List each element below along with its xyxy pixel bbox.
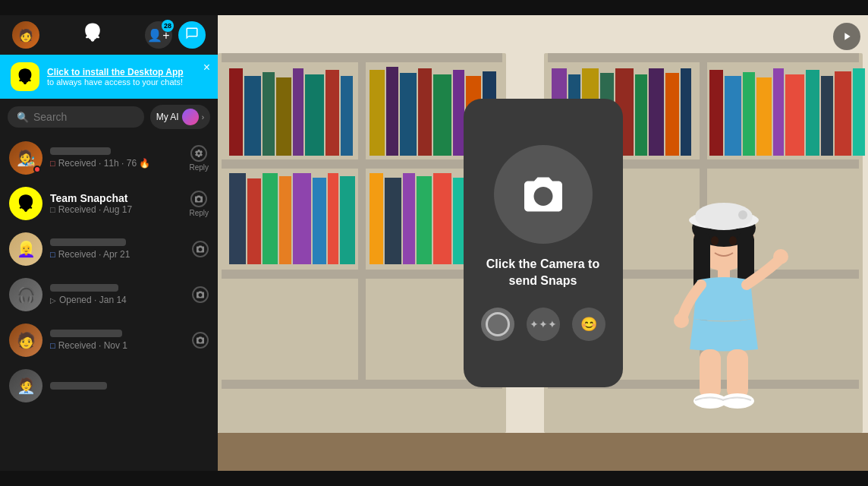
svg-rect-52: [681, 68, 691, 156]
svg-rect-33: [403, 173, 415, 264]
snapchat-logo[interactable]: [82, 22, 103, 48]
camera-action[interactable]: [192, 332, 209, 349]
top-bar: [0, 0, 868, 15]
reply-action[interactable]: Reply: [189, 145, 209, 172]
svg-rect-30: [340, 176, 355, 264]
chat-info: □ Received · Nov 1: [50, 330, 184, 351]
stars-icon: ✦✦✦: [530, 318, 557, 330]
chat-name: [50, 238, 126, 246]
svg-rect-6: [358, 53, 366, 387]
smiley-icon: 😊: [580, 316, 597, 333]
banner-text: Click to install the Desktop App to alwa…: [47, 67, 207, 87]
banner-close-button[interactable]: ×: [203, 61, 210, 74]
chat-list: 🧑‍🎨 □ Received · 11h · 76 🔥 Reply: [0, 135, 218, 471]
svg-rect-50: [649, 68, 664, 156]
background-scene: Click the Camera to send Snaps ✦✦✦ 😊: [218, 15, 868, 471]
svg-rect-63: [218, 433, 868, 471]
messages-button[interactable]: [178, 21, 206, 49]
avatar: 🧑: [9, 323, 42, 357]
svg-rect-9: [263, 72, 275, 156]
chat-item[interactable]: 🎧 ▷ Opened · Jan 14: [0, 272, 218, 317]
banner-subtitle: to always have access to your chats!: [47, 77, 207, 87]
svg-rect-8: [244, 76, 261, 156]
chat-item[interactable]: 👱‍♀️ □ Received · Apr 21: [0, 226, 218, 272]
chat-item[interactable]: 🧑‍🎨 □ Received · 11h · 76 🔥 Reply: [0, 135, 218, 181]
avatar: [9, 187, 42, 220]
svg-rect-61: [835, 71, 851, 156]
content-area: Click the Camera to send Snaps ✦✦✦ 😊: [218, 15, 868, 471]
camera-action[interactable]: [192, 241, 209, 257]
svg-rect-51: [665, 73, 679, 156]
svg-rect-28: [313, 178, 326, 264]
search-input-wrap[interactable]: 🔍: [8, 106, 144, 128]
chat-name: [50, 330, 122, 337]
header-icons: 👤+ 28: [145, 21, 206, 49]
reply-action[interactable]: Reply: [189, 191, 209, 217]
svg-rect-27: [293, 173, 311, 264]
svg-rect-15: [370, 70, 385, 156]
camera-icon: [190, 145, 207, 162]
svg-rect-16: [386, 67, 398, 156]
svg-rect-26: [279, 176, 291, 264]
svg-rect-55: [743, 72, 755, 156]
phone-overlay: Click the Camera to send Snaps ✦✦✦ 😊: [464, 99, 623, 387]
add-friend-badge: 28: [162, 20, 174, 32]
svg-rect-31: [370, 173, 383, 264]
chat-info: Team Snapchat □ Received · Aug 17: [50, 192, 181, 215]
add-friend-button[interactable]: 👤+ 28: [145, 21, 172, 49]
ai-avatar: [182, 109, 199, 125]
my-ai-button[interactable]: My AI ›: [150, 105, 210, 129]
svg-point-79: [674, 313, 689, 328]
user-avatar[interactable]: 🧑: [12, 21, 39, 49]
avatar: 🧑‍🎨: [9, 141, 42, 175]
snapchat-banner-icon: [11, 62, 39, 91]
notification-dot: [33, 166, 41, 173]
svg-rect-32: [385, 178, 401, 264]
svg-rect-62: [853, 68, 865, 156]
camera-action[interactable]: [192, 286, 209, 303]
svg-rect-53: [709, 70, 723, 156]
shutter-button[interactable]: [481, 308, 514, 341]
svg-rect-58: [785, 74, 804, 156]
svg-rect-29: [328, 173, 338, 264]
bitmoji-character: [648, 186, 800, 429]
svg-rect-7: [229, 68, 243, 156]
svg-rect-18: [418, 68, 432, 156]
banner-title[interactable]: Click to install the Desktop App: [47, 67, 207, 77]
svg-rect-14: [341, 76, 353, 156]
play-button[interactable]: [833, 23, 860, 50]
sidebar: 🧑 👤+ 28: [0, 15, 218, 471]
svg-rect-35: [433, 173, 451, 264]
camera-button[interactable]: [494, 145, 593, 244]
chat-info: ▷ Opened · Jan 14: [50, 284, 184, 305]
chat-name: Team Snapchat: [50, 192, 181, 204]
chat-name: [50, 147, 111, 155]
search-input[interactable]: [33, 111, 135, 123]
chat-item[interactable]: 🧑 □ Received · Nov 1: [0, 317, 218, 363]
sidebar-header: 🧑 👤+ 28: [0, 15, 218, 55]
camera-icon: [192, 332, 209, 349]
camera-icon: [192, 286, 209, 303]
smiley-button[interactable]: 😊: [572, 308, 605, 341]
messages-icon: [185, 27, 199, 43]
stars-button[interactable]: ✦✦✦: [527, 308, 560, 341]
chat-info: □ Received · 11h · 76 🔥: [50, 147, 181, 169]
chat-item[interactable]: 🧑‍💼: [0, 363, 218, 409]
camera-icon: [190, 191, 207, 207]
search-icon: 🔍: [17, 112, 29, 123]
svg-rect-54: [725, 76, 741, 156]
avatar: 🧑‍💼: [9, 369, 42, 402]
chat-item[interactable]: Team Snapchat □ Received · Aug 17 Reply: [0, 181, 218, 226]
svg-rect-57: [773, 68, 784, 156]
svg-rect-74: [700, 349, 721, 399]
svg-rect-11: [293, 68, 303, 156]
chat-status: □ Received · 11h · 76 🔥: [50, 158, 181, 169]
avatar: 👱‍♀️: [9, 232, 42, 266]
phone-bottom-icons: ✦✦✦ 😊: [481, 308, 605, 341]
install-banner[interactable]: Click to install the Desktop App to alwa…: [0, 55, 218, 99]
svg-point-78: [773, 249, 788, 264]
reply-label: Reply: [189, 209, 209, 217]
svg-point-71: [711, 236, 719, 245]
chat-status: □ Received · Aug 17: [50, 204, 181, 215]
chat-name: [50, 382, 107, 390]
